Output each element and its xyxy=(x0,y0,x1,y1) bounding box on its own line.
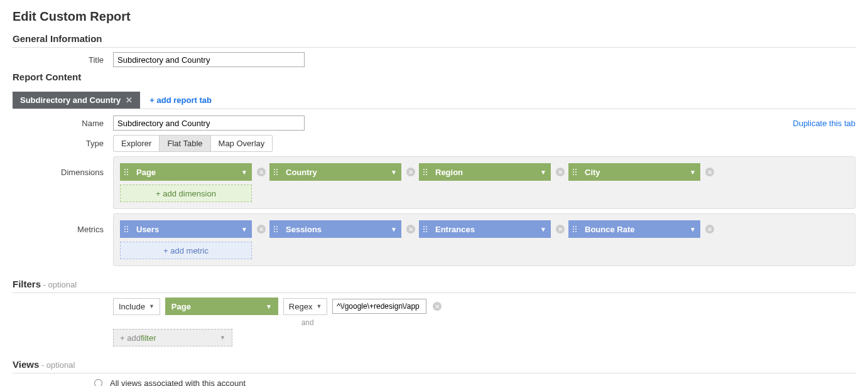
metric-bounce-rate[interactable]: Bounce Rate ▼ xyxy=(568,220,700,238)
include-dropdown[interactable]: Include ▼ xyxy=(113,298,160,315)
remove-icon[interactable]: ✕ xyxy=(257,225,266,233)
filter-value-input[interactable] xyxy=(332,299,426,314)
metric-users[interactable]: Users ▼ xyxy=(120,220,252,238)
type-map-overlay[interactable]: Map Overlay xyxy=(211,136,273,151)
optional-label: - optional xyxy=(41,280,77,289)
drag-icon[interactable] xyxy=(419,163,431,181)
chevron-down-icon[interactable]: ▼ xyxy=(685,169,700,176)
dimension-city[interactable]: City ▼ xyxy=(568,163,700,181)
tab-subdirectory[interactable]: Subdirectory and Country ✕ xyxy=(13,92,140,109)
chevron-down-icon: ▼ xyxy=(220,335,225,341)
views-heading-text: Views xyxy=(13,359,39,370)
svg-point-42 xyxy=(573,226,574,227)
dimensions-container: Page ▼ ✕ Country ▼ ✕ Region ▼ ✕ City ▼ ✕… xyxy=(113,156,855,209)
chevron-down-icon[interactable]: ▼ xyxy=(536,169,551,176)
add-metric-button[interactable]: + add metric xyxy=(120,242,252,259)
metric-entrances[interactable]: Entrances ▼ xyxy=(419,220,551,238)
remove-icon[interactable]: ✕ xyxy=(705,225,714,233)
tab-label: Subdirectory and Country xyxy=(20,95,121,105)
add-dimension-button[interactable]: + add dimension xyxy=(120,185,252,202)
name-label: Name xyxy=(13,119,113,128)
dimensions-label: Dimensions xyxy=(13,156,113,177)
metric-sessions[interactable]: Sessions ▼ xyxy=(269,220,401,238)
name-input[interactable] xyxy=(113,115,305,131)
chevron-down-icon[interactable]: ▼ xyxy=(536,226,551,233)
regex-dropdown[interactable]: Regex ▼ xyxy=(283,298,328,315)
chevron-down-icon[interactable]: ▼ xyxy=(237,169,252,176)
chevron-down-icon[interactable]: ▼ xyxy=(386,169,401,176)
type-explorer[interactable]: Explorer xyxy=(114,136,160,151)
pill-label: Page xyxy=(133,168,237,177)
svg-point-5 xyxy=(127,174,128,175)
remove-icon[interactable]: ✕ xyxy=(705,168,714,176)
svg-point-3 xyxy=(127,171,128,173)
all-views-label: All views associated with this account xyxy=(110,378,246,386)
remove-icon[interactable]: ✕ xyxy=(406,225,415,233)
svg-point-47 xyxy=(575,231,577,232)
and-label: and xyxy=(143,318,472,327)
remove-icon[interactable]: ✕ xyxy=(433,302,442,311)
svg-point-46 xyxy=(573,231,574,232)
drag-icon[interactable] xyxy=(120,163,133,181)
svg-point-10 xyxy=(274,174,275,175)
svg-point-19 xyxy=(575,169,577,170)
dimension-region[interactable]: Region ▼ xyxy=(419,163,551,181)
svg-point-31 xyxy=(276,226,278,227)
svg-point-43 xyxy=(575,226,577,227)
svg-point-28 xyxy=(124,231,126,232)
svg-point-14 xyxy=(423,171,425,173)
section-report-heading: Report Content xyxy=(13,72,855,85)
dimension-country[interactable]: Country ▼ xyxy=(269,163,401,181)
svg-point-40 xyxy=(423,231,425,232)
svg-point-25 xyxy=(127,226,128,227)
svg-point-36 xyxy=(423,226,425,227)
section-views-heading: Views - optional xyxy=(13,359,855,373)
pill-label: Entrances xyxy=(431,225,536,234)
remove-icon[interactable]: ✕ xyxy=(257,168,266,176)
add-filter-button[interactable]: + add filter ▼ xyxy=(113,329,232,346)
filter-dimension-page[interactable]: Page ▼ xyxy=(165,298,278,315)
svg-point-41 xyxy=(426,231,427,232)
chevron-down-icon[interactable]: ▼ xyxy=(386,226,401,233)
drag-icon[interactable] xyxy=(568,163,581,181)
svg-point-39 xyxy=(426,228,427,230)
chevron-down-icon: ▼ xyxy=(149,303,155,309)
filters-heading-text: Filters xyxy=(13,279,41,289)
close-icon[interactable]: ✕ xyxy=(126,95,133,105)
chevron-down-icon[interactable]: ▼ xyxy=(237,226,252,233)
svg-point-6 xyxy=(274,169,275,170)
svg-point-0 xyxy=(124,169,126,170)
title-input[interactable] xyxy=(113,52,305,67)
remove-icon[interactable]: ✕ xyxy=(556,225,565,233)
include-label: Include xyxy=(119,302,145,311)
drag-icon[interactable] xyxy=(419,220,431,238)
drag-icon[interactable] xyxy=(269,220,282,238)
type-flat-table[interactable]: Flat Table xyxy=(160,136,210,151)
section-filters-heading: Filters - optional xyxy=(13,279,855,293)
svg-point-15 xyxy=(426,171,427,173)
svg-point-29 xyxy=(127,231,128,232)
svg-point-13 xyxy=(426,169,427,170)
svg-point-44 xyxy=(573,228,574,230)
section-general-heading: General Information xyxy=(13,33,855,48)
svg-point-26 xyxy=(124,228,126,230)
type-toggle-group: Explorer Flat Table Map Overlay xyxy=(113,135,273,152)
svg-point-30 xyxy=(274,226,275,227)
duplicate-tab-link[interactable]: Duplicate this tab xyxy=(793,119,855,128)
drag-icon[interactable] xyxy=(269,163,282,181)
add-report-tab-link[interactable]: + add report tab xyxy=(149,95,212,105)
remove-icon[interactable]: ✕ xyxy=(556,168,565,176)
svg-point-33 xyxy=(276,228,278,230)
svg-point-35 xyxy=(276,231,278,232)
chevron-down-icon[interactable]: ▼ xyxy=(685,226,700,233)
drag-icon[interactable] xyxy=(568,220,581,238)
regex-label: Regex xyxy=(289,302,313,311)
remove-icon[interactable]: ✕ xyxy=(406,168,415,176)
svg-point-20 xyxy=(573,171,574,173)
pill-label: Users xyxy=(133,225,237,234)
svg-point-21 xyxy=(575,171,577,173)
optional-label: - optional xyxy=(39,360,75,370)
radio-all-views[interactable] xyxy=(94,379,102,386)
dimension-page[interactable]: Page ▼ xyxy=(120,163,252,181)
drag-icon[interactable] xyxy=(120,220,133,238)
